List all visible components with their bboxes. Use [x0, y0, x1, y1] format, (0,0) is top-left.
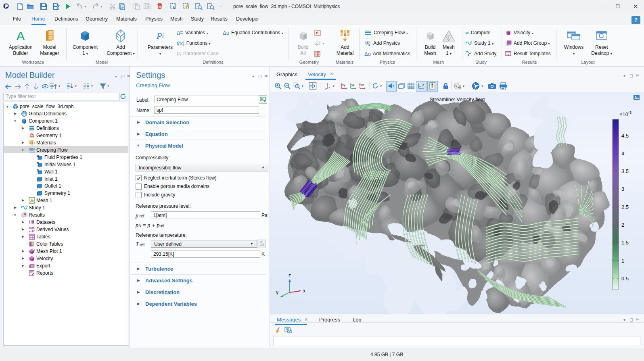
svg-text:4.5: 4.5 [621, 133, 629, 139]
svg-text:0.5: 0.5 [621, 275, 629, 282]
svg-text:3.5: 3.5 [621, 168, 629, 174]
svg-text:2: 2 [621, 222, 624, 228]
svg-text:3: 3 [621, 186, 624, 192]
svg-text:Streamline: Velocity field: Streamline: Velocity field [430, 97, 485, 102]
svg-text:1: 1 [621, 258, 624, 264]
svg-text:z: z [289, 273, 291, 278]
svg-text:y: y [276, 290, 278, 295]
svg-text:4: 4 [621, 150, 624, 157]
svg-text:yz: yz [351, 83, 355, 87]
svg-text:-3: -3 [628, 111, 631, 115]
svg-text:1.5: 1.5 [621, 240, 629, 246]
svg-text:×10: ×10 [619, 111, 628, 117]
svg-text:xz: xz [361, 83, 364, 87]
svg-text:x: x [303, 288, 305, 294]
svg-text:xy: xy [342, 83, 345, 87]
svg-text:2.5: 2.5 [621, 204, 629, 210]
